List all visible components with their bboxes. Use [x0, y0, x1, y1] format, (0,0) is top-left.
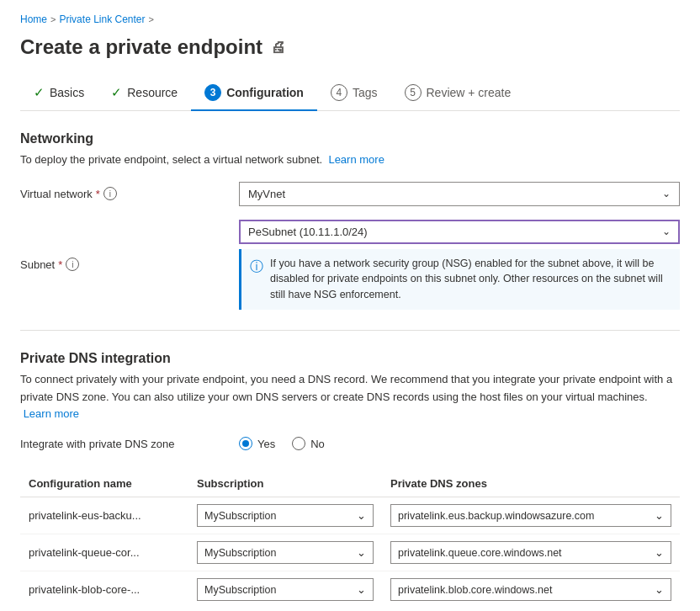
private-dns-desc: To connect privately with your private e…: [20, 371, 680, 423]
vnet-chevron-icon: ⌄: [662, 188, 671, 199]
dns-subscription-value: MySubscription: [204, 510, 276, 522]
dns-subscription-cell: MySubscription ⌄: [188, 497, 382, 534]
tab-number-configuration: 3: [204, 84, 221, 101]
dns-zone-chevron-icon: ⌄: [655, 509, 664, 522]
dns-zone-value: privatelink.eus.backup.windowsazure.com: [398, 510, 594, 522]
dns-sub-chevron-icon: ⌄: [357, 583, 366, 596]
virtual-network-control: MyVnet ⌄: [239, 182, 680, 206]
dns-subscription-select[interactable]: MySubscription ⌄: [197, 504, 374, 527]
tab-review-label: Review + create: [427, 86, 512, 99]
virtual-network-row: Virtual network * i MyVnet ⌄: [20, 182, 680, 206]
dns-subscription-select[interactable]: MySubscription ⌄: [197, 578, 374, 601]
dns-zone-cell: privatelink.eus.backup.windowsazure.com …: [382, 497, 680, 534]
dns-table-row: privatelink-blob-core-... MySubscription…: [20, 571, 680, 608]
dns-config-name: privatelink-queue-cor...: [20, 534, 188, 571]
dns-sub-chevron-icon: ⌄: [357, 546, 366, 559]
dns-yes-radio[interactable]: [239, 437, 252, 450]
tab-configuration[interactable]: 3 Configuration: [191, 76, 317, 111]
subnet-label: Subnet * i: [20, 258, 239, 271]
dns-zone-select[interactable]: privatelink.blob.core.windows.net ⌄: [390, 578, 671, 601]
print-icon[interactable]: 🖨: [271, 39, 286, 56]
subnet-value: PeSubnet (10.11.1.0/24): [248, 226, 368, 238]
dns-table-row: privatelink-queue-cor... MySubscription …: [20, 534, 680, 571]
dns-no-option[interactable]: No: [292, 437, 325, 450]
dns-zone-value: privatelink.queue.core.windows.net: [398, 547, 562, 559]
dns-table-row: privatelink-eus-backu... MySubscription …: [20, 497, 680, 534]
tab-configuration-label: Configuration: [226, 86, 304, 99]
dns-config-name: privatelink-blob-core-...: [20, 571, 188, 608]
dns-config-name: privatelink-eus-backu...: [20, 497, 188, 534]
dns-subscription-select[interactable]: MySubscription ⌄: [197, 541, 374, 564]
tab-resource[interactable]: ✓ Resource: [98, 77, 191, 110]
col-header-config: Configuration name: [20, 470, 188, 497]
dns-zone-cell: privatelink.queue.core.windows.net ⌄: [382, 534, 680, 571]
breadcrumb-sep2: >: [149, 14, 154, 24]
tab-review[interactable]: 5 Review + create: [391, 76, 525, 111]
tab-number-tags: 4: [331, 84, 347, 101]
tab-tags-label: Tags: [353, 86, 378, 99]
page-title: Create a private endpoint: [20, 35, 262, 59]
nsg-note-text: If you have a network security group (NS…: [270, 256, 671, 303]
networking-section: Networking To deploy the private endpoin…: [20, 131, 680, 310]
col-header-subscription: Subscription: [188, 470, 382, 497]
dns-no-radio[interactable]: [292, 437, 305, 450]
virtual-network-select[interactable]: MyVnet ⌄: [239, 182, 680, 206]
dns-zone-select[interactable]: privatelink.eus.backup.windowsazure.com …: [390, 504, 671, 527]
integrate-dns-options: Yes No: [239, 437, 325, 450]
section-divider: [20, 330, 680, 331]
dns-table: Configuration name Subscription Private …: [20, 470, 680, 608]
subnet-select[interactable]: PeSubnet (10.11.1.0/24) ⌄: [239, 220, 680, 244]
subnet-chevron-icon: ⌄: [662, 226, 671, 237]
tab-tags[interactable]: 4 Tags: [317, 76, 391, 111]
virtual-network-value: MyVnet: [248, 188, 285, 200]
networking-learn-more[interactable]: Learn more: [328, 153, 384, 166]
required-star-subnet: *: [58, 258, 62, 271]
dns-zone-chevron-icon: ⌄: [655, 546, 664, 559]
breadcrumb-home[interactable]: Home: [20, 13, 47, 25]
subnet-row: Subnet * i PeSubnet (10.11.1.0/24) ⌄ ⓘ I…: [20, 220, 680, 310]
integrate-dns-row: Integrate with private DNS zone Yes No: [20, 437, 680, 450]
page-title-row: Create a private endpoint 🖨: [20, 35, 680, 59]
check-icon-resource: ✓: [111, 85, 122, 100]
private-dns-section: Private DNS integration To connect priva…: [20, 351, 680, 608]
integrate-dns-label: Integrate with private DNS zone: [20, 438, 239, 450]
breadcrumb-sep1: >: [50, 14, 56, 24]
dns-subscription-value: MySubscription: [204, 547, 276, 559]
tab-resource-label: Resource: [127, 86, 178, 99]
dns-subscription-cell: MySubscription ⌄: [188, 571, 382, 608]
tab-basics-label: Basics: [50, 86, 84, 99]
private-dns-title: Private DNS integration: [20, 351, 680, 366]
dns-yes-option[interactable]: Yes: [239, 437, 275, 450]
dns-subscription-value: MySubscription: [204, 584, 276, 596]
networking-desc: To deploy the private endpoint, select a…: [20, 151, 680, 168]
wizard-tabs: ✓ Basics ✓ Resource 3 Configuration 4 Ta…: [20, 76, 680, 111]
col-header-dns: Private DNS zones: [382, 470, 680, 497]
subnet-info-icon[interactable]: i: [66, 258, 79, 271]
nsg-info-icon: ⓘ: [250, 257, 263, 303]
breadcrumb-private-link[interactable]: Private Link Center: [59, 13, 145, 25]
breadcrumb: Home > Private Link Center >: [20, 13, 680, 25]
dns-subscription-cell: MySubscription ⌄: [188, 534, 382, 571]
dns-zone-cell: privatelink.blob.core.windows.net ⌄: [382, 571, 680, 608]
dns-zone-select[interactable]: privatelink.queue.core.windows.net ⌄: [390, 541, 671, 564]
tab-number-review: 5: [405, 84, 422, 101]
dns-zone-value: privatelink.blob.core.windows.net: [398, 584, 552, 596]
dns-no-label: No: [310, 438, 325, 450]
dns-yes-label: Yes: [257, 438, 275, 450]
virtual-network-label: Virtual network * i: [20, 187, 239, 200]
vnet-info-icon[interactable]: i: [103, 187, 117, 200]
dns-table-header-row: Configuration name Subscription Private …: [20, 470, 680, 497]
dns-zone-chevron-icon: ⌄: [655, 583, 664, 596]
check-icon-basics: ✓: [34, 85, 45, 100]
required-star-vnet: *: [96, 188, 100, 200]
tab-basics[interactable]: ✓ Basics: [20, 77, 98, 110]
nsg-note: ⓘ If you have a network security group (…: [239, 249, 680, 310]
dns-sub-chevron-icon: ⌄: [357, 509, 366, 522]
networking-title: Networking: [20, 131, 680, 146]
private-dns-learn-more[interactable]: Learn more: [24, 407, 79, 420]
subnet-control: PeSubnet (10.11.1.0/24) ⌄ ⓘ If you have …: [239, 220, 680, 310]
